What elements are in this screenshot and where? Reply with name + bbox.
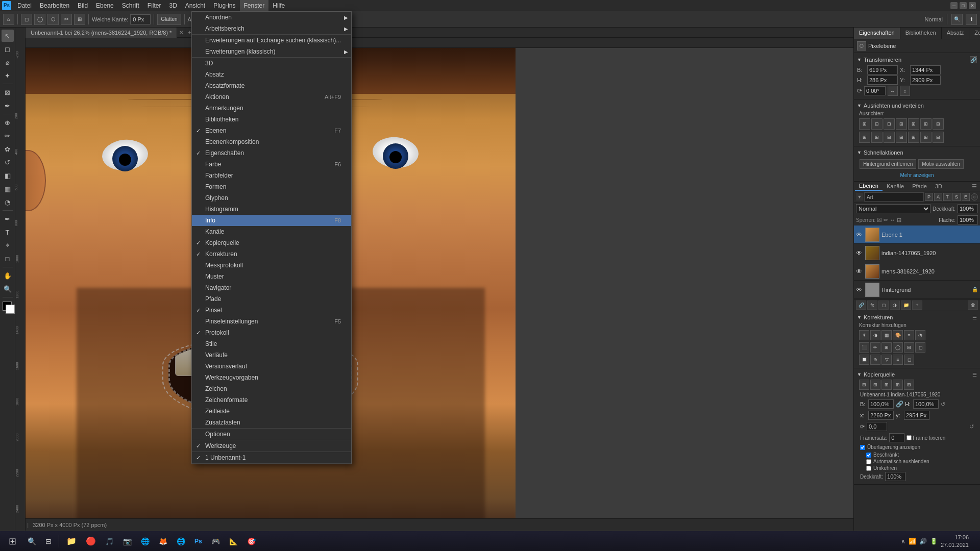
menu-optionen[interactable]: Optionen (192, 429, 351, 440)
menu-kanaele[interactable]: Kanäle (192, 226, 351, 237)
menu-bibliotheken[interactable]: Bibliotheken (192, 114, 351, 125)
menu-section-3: 3D Absatz Absatzformate Aktionen Alt+F9 … (192, 58, 351, 429)
menu-kopierquelle[interactable]: ✓ Kopierquelle (192, 237, 351, 248)
menu-absatz[interactable]: Absatz (192, 69, 351, 80)
menu-werkzeugvorgaben[interactable]: Werkzeugvorgaben (192, 372, 351, 383)
menu-zeichen[interactable]: Zeichen (192, 383, 351, 394)
farbe-shortcut: F6 (324, 161, 341, 167)
menu-pfade[interactable]: Pfade (192, 293, 351, 305)
menu-protokoll[interactable]: ✓ Protokoll (192, 327, 351, 338)
menu-3d[interactable]: 3D (192, 58, 351, 69)
ebenen-check: ✓ (196, 128, 201, 134)
menu-ebenen[interactable]: ✓ Ebenen F7 (192, 125, 351, 136)
menu-formen[interactable]: Formen (192, 181, 351, 192)
dropdown-overlay: Anordnen ▶ Arbeitsbereich ▶ Erweiterunge… (0, 0, 980, 551)
menu-aktionen[interactable]: Aktionen Alt+F9 (192, 91, 351, 103)
pinsel-shortcut: F5 (324, 318, 341, 324)
unbenannt1-check: ✓ (196, 455, 201, 461)
werkzeuge-check: ✓ (196, 443, 201, 449)
menu-zusatztasten[interactable]: Zusatztasten (192, 417, 351, 428)
menu-farbe[interactable]: Farbe F6 (192, 159, 351, 170)
eigenschaften-check: ✓ (196, 150, 201, 157)
menu-section-5: ✓ Werkzeuge (192, 440, 351, 452)
korrekturen-check: ✓ (196, 251, 201, 258)
menu-pinseleinstellungen[interactable]: Pinseleinstellungen F5 (192, 316, 351, 327)
menu-arbeitsbereich[interactable]: Arbeitsbereich ▶ (192, 23, 351, 34)
menu-navigator[interactable]: Navigator (192, 282, 351, 293)
menu-section-1: Anordnen ▶ Arbeitsbereich ▶ (192, 12, 351, 35)
menu-glyphen[interactable]: Glyphen (192, 192, 351, 204)
menu-korrekturen-item[interactable]: ✓ Korrekturen (192, 248, 351, 260)
menu-werkzeuge[interactable]: ✓ Werkzeuge (192, 440, 351, 452)
protokoll-check: ✓ (196, 330, 201, 336)
menu-absatzformate[interactable]: Absatzformate (192, 80, 351, 91)
menu-pinsel[interactable]: ✓ Pinsel (192, 305, 351, 316)
arbeitsbereich-arrow: ▶ (344, 26, 348, 32)
menu-verlaeufe[interactable]: Verläufe (192, 349, 351, 361)
menu-unbenannt1[interactable]: ✓ 1 Unbenannt-1 (192, 452, 351, 463)
menu-ebenenkomposition[interactable]: Ebenenkomposition (192, 136, 351, 147)
menu-section-4: Optionen (192, 429, 351, 440)
menu-section-6: ✓ 1 Unbenannt-1 (192, 452, 351, 464)
menu-anordnen[interactable]: Anordnen ▶ (192, 12, 351, 23)
menu-versionsverlauf[interactable]: Versionsverlauf (192, 361, 351, 372)
anordnen-arrow: ▶ (344, 15, 348, 20)
menu-exchange[interactable]: Erweiterungen auf Exchange suchen (klass… (192, 35, 351, 46)
fenster-dropdown-menu: Anordnen ▶ Arbeitsbereich ▶ Erweiterunge… (191, 11, 352, 464)
menu-histogramm[interactable]: Histogramm (192, 204, 351, 215)
menu-eigenschaften[interactable]: ✓ Eigenschaften (192, 147, 351, 159)
pinsel-check: ✓ (196, 307, 201, 314)
menu-info[interactable]: Info F8 (192, 215, 351, 226)
aktionen-shortcut: Alt+F9 (314, 94, 341, 100)
menu-stile[interactable]: Stile (192, 338, 351, 349)
menu-anmerkungen[interactable]: Anmerkungen (192, 103, 351, 114)
erweiterungen-arrow: ▶ (344, 49, 348, 55)
menu-section-2: Erweiterungen auf Exchange suchen (klass… (192, 35, 351, 58)
menu-farbfelder[interactable]: Farbfelder (192, 170, 351, 181)
menu-messprotokoll[interactable]: Messprotokoll (192, 260, 351, 271)
menu-erweiterungen-klassisch[interactable]: Erweiterungen (klassisch) ▶ (192, 46, 351, 57)
menu-muster[interactable]: Muster (192, 271, 351, 282)
menu-zeitleiste[interactable]: Zeitleiste (192, 406, 351, 417)
kopierquelle-check: ✓ (196, 240, 201, 246)
ebenen-shortcut: F7 (324, 128, 341, 134)
menu-zeichenformate[interactable]: Zeichenformate (192, 394, 351, 406)
info-shortcut: F8 (324, 217, 341, 223)
